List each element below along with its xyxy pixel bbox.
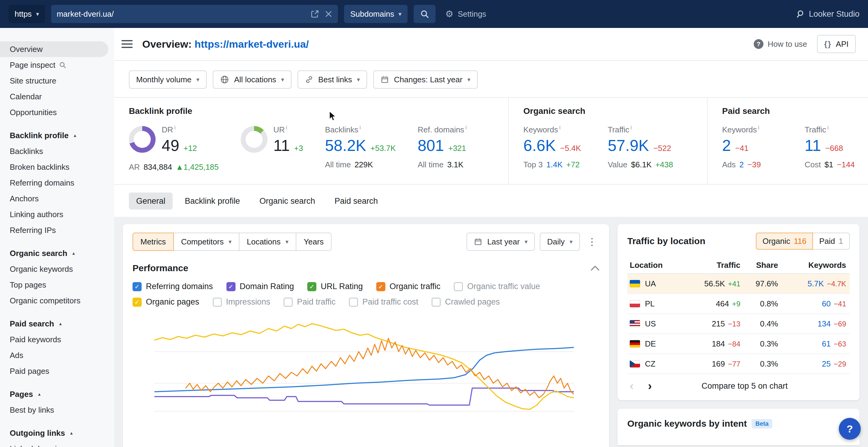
checkbox-organic-traffic[interactable]: ✓ Organic traffic xyxy=(376,282,441,291)
checkbox-url-rating[interactable]: ✓ URL Rating xyxy=(307,282,363,291)
ads-value-link[interactable]: 2 xyxy=(739,160,744,169)
sidebar-section-backlink-profile[interactable]: Backlink profile▲ xyxy=(0,128,114,143)
more-options-icon[interactable]: ⋮ xyxy=(585,236,599,247)
checkbox-referring-domains[interactable]: ✓ Referring domains xyxy=(132,282,213,291)
sidebar-section-pages[interactable]: Pages▲ xyxy=(0,386,114,402)
compare-top5-link[interactable]: Compare top 5 on chart xyxy=(666,381,847,391)
sidebar-item-paid-keywords[interactable]: Paid keywords xyxy=(0,332,114,347)
organic-keywords-value-link[interactable]: 6.6K xyxy=(523,136,556,154)
target-domain-link[interactable]: https://market-dveri.ua/ xyxy=(194,38,309,50)
keywords-link[interactable]: 60 xyxy=(822,299,831,309)
info-icon[interactable]: i xyxy=(758,125,759,131)
info-icon[interactable]: i xyxy=(175,125,176,131)
api-button[interactable]: {} API xyxy=(817,35,856,53)
segment-years[interactable]: Years xyxy=(296,233,332,251)
checkbox-domain-rating[interactable]: ✓ Domain Rating xyxy=(226,282,294,291)
sidebar-item-linked-domains[interactable]: Linked domains xyxy=(0,441,114,447)
ref-domains-value-link[interactable]: 801 xyxy=(417,136,444,154)
tab-backlink-profile[interactable]: Backlink profile xyxy=(178,193,247,209)
sidebar-section-outgoing-links[interactable]: Outgoing links▲ xyxy=(0,425,114,441)
segment-metrics[interactable]: Metrics xyxy=(132,233,174,251)
help-button[interactable]: ? xyxy=(839,418,861,440)
table-row[interactable]: UA 56.5K+41 97.6% 5.7K−4.7K xyxy=(627,274,850,294)
tab-paid-search[interactable]: Paid search xyxy=(327,193,385,209)
sidebar-item-linking-authors[interactable]: Linking authors xyxy=(0,206,114,222)
sidebar-item-organic-competitors[interactable]: Organic competitors xyxy=(0,293,114,309)
sidebar-item-organic-keywords[interactable]: Organic keywords xyxy=(0,261,114,277)
info-icon[interactable]: i xyxy=(465,125,467,131)
backlinks-value-link[interactable]: 58.2K xyxy=(325,136,366,154)
toggle-paid[interactable]: Paid 1 xyxy=(812,233,850,250)
sidebar-item-site-structure[interactable]: Site structure xyxy=(0,73,114,89)
sidebar-item-top-pages[interactable]: Top pages xyxy=(0,277,114,293)
table-row[interactable]: US 215−13 0.4% 134−69 xyxy=(627,314,850,334)
checkbox-organic-traffic-value[interactable]: Organic traffic value xyxy=(454,282,540,291)
checkbox-paid-traffic[interactable]: Paid traffic xyxy=(284,297,336,307)
collapse-section-icon[interactable] xyxy=(591,265,599,271)
sidebar-item-referring-ips[interactable]: Referring IPs xyxy=(0,222,114,238)
checkbox-impressions[interactable]: Impressions xyxy=(213,297,271,307)
info-icon[interactable]: i xyxy=(559,125,560,131)
sidebar-toggle-icon[interactable] xyxy=(122,40,134,48)
info-icon[interactable]: i xyxy=(827,125,829,131)
tab-organic-search[interactable]: Organic search xyxy=(252,193,322,209)
checkbox-box xyxy=(213,298,222,307)
info-icon[interactable]: i xyxy=(630,125,631,131)
table-row[interactable]: PL 464+9 0.8% 60−41 xyxy=(627,294,850,314)
date-range-dropdown[interactable]: Last year ▾ xyxy=(467,233,535,251)
url-input[interactable]: market-dveri.ua/ xyxy=(51,5,338,23)
open-external-icon[interactable] xyxy=(311,10,319,18)
sidebar-item-broken-backlinks[interactable]: Broken backlinks xyxy=(0,159,114,175)
scope-dropdown[interactable]: Subdomains ▾ xyxy=(344,5,408,23)
sidebar-item-ads[interactable]: Ads xyxy=(0,347,114,363)
segment-competitors[interactable]: Competitors▾ xyxy=(173,233,240,251)
next-page-icon[interactable]: › xyxy=(648,380,666,392)
sidebar-item-paid-pages[interactable]: Paid pages xyxy=(0,363,114,379)
sidebar-item-calendar[interactable]: Calendar xyxy=(0,89,114,104)
sidebar-item-referring-domains[interactable]: Referring domains xyxy=(0,175,114,191)
segment-locations[interactable]: Locations▾ xyxy=(239,233,296,251)
changes-filter-dropdown[interactable]: Changes: Last year ▾ xyxy=(373,70,478,89)
best-links-filter-dropdown[interactable]: Best links ▾ xyxy=(298,70,367,89)
sidebar-item-anchors[interactable]: Anchors xyxy=(0,191,114,206)
prev-page-icon[interactable]: ‹ xyxy=(630,380,648,392)
top3-value-link[interactable]: 1.4K xyxy=(547,160,563,169)
granularity-dropdown[interactable]: Daily ▾ xyxy=(540,233,580,251)
keywords-link[interactable]: 61 xyxy=(822,339,831,349)
settings-button[interactable]: ⚙ Settings xyxy=(445,9,486,19)
chart-mode-segments: Metrics Competitors▾ Locations▾ Years xyxy=(132,233,332,251)
sidebar-item-page-inspect[interactable]: Page inspect xyxy=(0,57,114,73)
toggle-organic[interactable]: Organic 116 xyxy=(756,233,813,250)
check-icon: ✓ xyxy=(228,284,234,290)
sidebar-item-opportunities[interactable]: Opportunities xyxy=(0,104,114,120)
sidebar-section-paid-search[interactable]: Paid search▲ xyxy=(0,316,114,332)
looker-studio-button[interactable]: Looker Studio xyxy=(795,9,860,19)
keywords-link[interactable]: 134 xyxy=(817,319,831,329)
keywords-link[interactable]: 25 xyxy=(822,359,831,369)
clear-url-icon[interactable] xyxy=(324,10,333,18)
locations-filter-dropdown[interactable]: All locations ▾ xyxy=(213,70,291,89)
protocol-dropdown[interactable]: https ▾ xyxy=(8,5,45,23)
checkbox-paid-traffic-cost[interactable]: Paid traffic cost xyxy=(349,297,418,307)
paid-traffic-value-link[interactable]: 11 xyxy=(804,136,821,154)
how-to-use-button[interactable]: ? How to use xyxy=(754,39,807,49)
checkbox-organic-pages[interactable]: ✓ Organic pages xyxy=(132,297,199,307)
checkbox-box: ✓ xyxy=(376,282,385,291)
info-icon[interactable]: i xyxy=(360,125,361,131)
sidebar-item-backlinks[interactable]: Backlinks xyxy=(0,143,114,159)
table-row[interactable]: DE 184−84 0.3% 61−63 xyxy=(627,334,850,354)
sidebar-section-organic-search[interactable]: Organic search▲ xyxy=(0,245,114,261)
volume-filter-dropdown[interactable]: Monthly volume ▾ xyxy=(129,70,207,89)
table-row[interactable]: CZ 169−77 0.3% 25−29 xyxy=(627,354,850,374)
organic-traffic-value-link[interactable]: 57.9K xyxy=(608,136,649,154)
search-button[interactable] xyxy=(414,5,436,23)
metric-dr: DRi 49+12 AR 834,884 ▲1,425,185 xyxy=(129,125,219,172)
sidebar-item-best-by-links[interactable]: Best by links xyxy=(0,402,114,418)
paid-keywords-value-link[interactable]: 2 xyxy=(722,136,731,154)
info-icon[interactable]: i xyxy=(286,125,287,131)
tab-general[interactable]: General xyxy=(129,193,173,209)
keywords-link[interactable]: 5.7K xyxy=(808,279,824,288)
looker-studio-icon xyxy=(795,9,804,19)
checkbox-crawled-pages[interactable]: Crawled pages xyxy=(432,297,500,307)
sidebar-item-overview[interactable]: Overview xyxy=(0,41,108,57)
